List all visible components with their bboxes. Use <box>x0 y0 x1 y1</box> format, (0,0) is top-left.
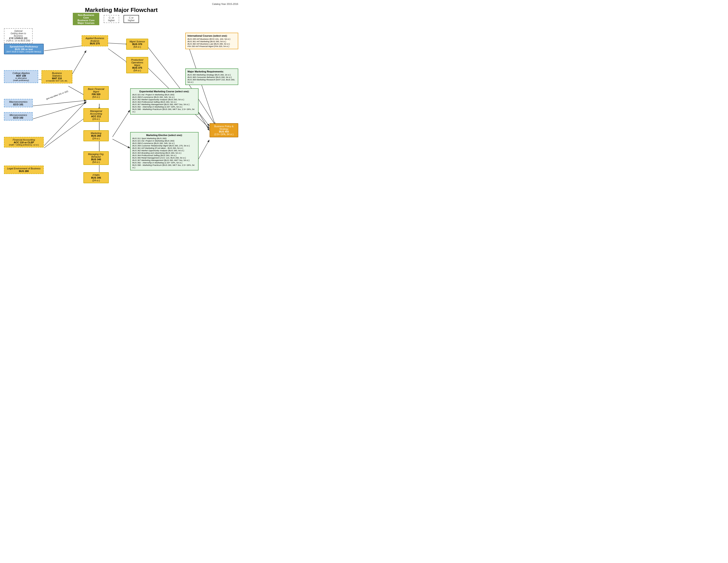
legend-dash: C- or higher <box>104 15 119 23</box>
legend-solid: C or higher <box>124 15 139 23</box>
mkt-el-5: BUS 361 Int'l Marketing (if not taken - … <box>132 147 196 149</box>
svg-line-17 <box>199 140 209 159</box>
exp-item-7: BUS 398 - Marketing Practicum (BUS 260, … <box>132 108 196 113</box>
svg-line-16 <box>199 113 209 130</box>
major-item-3: BUS 369 Marketing Research (MAT 210, BUS… <box>188 78 236 83</box>
major-item-1: BUS 360 Marketing Strategy (BUS 260, 24 … <box>188 73 236 76</box>
college-algebra-node: College Algebra MAT 108 or alternative (… <box>4 70 38 83</box>
applied-bus-node: Applied Business Analysis BUS 275 <box>82 35 108 46</box>
major-mkt-req-box: Major Marketing Requirements: BUS 360 Ma… <box>185 68 238 85</box>
mgmt-sci-node: Mgmt Science BUS 370 (54 cr.) <box>126 39 148 50</box>
macro-node: Macroeconomics ECO 101 <box>4 99 33 107</box>
svg-line-14 <box>113 110 130 137</box>
mgrl-acct-node: Managerial Accounting ACC 211 (24 cr.) <box>83 108 109 122</box>
marketing-node: Marketing BUS 260 (24 cr.) <box>83 130 109 141</box>
prereq-label: (pre-req either 101 or 102) <box>36 86 78 104</box>
exp-item-6: BUS 392 - Internship in Marketing (2.33+… <box>132 105 196 108</box>
spreadsheet-node: Spreadsheet Proficiency BUS 195 or test … <box>4 44 44 54</box>
intl-item-1: BUS 335 Int'l Business (ECO 101, 102, 54… <box>188 38 236 40</box>
mkt-el-7: BUS 363 Branding and Advertising (BUS 26… <box>132 152 196 154</box>
prod-ops-node: Production/ Operations Mgmt BUS 375 (54 … <box>126 57 148 73</box>
micro-node: Microeconomics ECO 102 <box>4 112 33 120</box>
svg-line-12 <box>44 102 86 146</box>
svg-line-15 <box>113 139 130 148</box>
flowchart-arrows <box>0 0 243 210</box>
mkt-el-10: BUS 367 Marketing Management (BUS 260, M… <box>132 159 196 161</box>
optional-node: Optional Getting down to Business EYE 12… <box>4 28 33 43</box>
fin-acct-node: Financial Accounting ACC 110 or CLEP (ma… <box>4 137 44 147</box>
mkt-el-8: BUS 364 Professional Selling (BUS 260, 5… <box>132 154 196 156</box>
fin-320-node: Basic Financial Mgmt FIN 320 (54 cr.) <box>83 86 109 100</box>
mkt-el-1: BUS 311 Sport Marketing (BUS 260) <box>132 137 196 139</box>
svg-line-0 <box>44 45 86 51</box>
intl-item-3: BUS 382 Int'l Business Law (BUS 280, 54 … <box>188 43 236 45</box>
bus-stats-node: Business Statistics MAT 210 or transfer … <box>41 70 72 83</box>
svg-line-3 <box>108 49 128 63</box>
mkt-elective-box: Marketing Elective (select one): BUS 311… <box>130 132 199 170</box>
catalog-year-label: Catalog Year 2015-2016 <box>212 3 238 5</box>
exp-item-1: BUS 321 Ind. Project in Marketing (BUS 2… <box>132 93 196 96</box>
mkt-el-4: BUS 359 Customer Relationship Mgmt (BUS … <box>132 144 196 147</box>
mng-org-node: Managing Org. Behavior BUS 340 (54 cr.) <box>83 151 109 165</box>
major-item-2: BUS 365 Consumer Behavior (BUS 260, 54 c… <box>188 76 236 78</box>
it-mis-node: IT/MIS BUS 345 (24 cr.) <box>83 172 109 183</box>
experiential-box: Experiential Marketing Course (select on… <box>130 88 199 115</box>
svg-line-2 <box>108 43 128 44</box>
page: Catalog Year 2015-2016 Marketing Major F… <box>0 0 243 210</box>
exp-item-3: BUS 362 Market Opportunity Analysis (BUS… <box>132 98 196 101</box>
legend-green: Non-Business Core Business Core Major Co… <box>73 13 99 25</box>
legal-node: Legal Environment of Business BUS 280 <box>4 165 44 174</box>
legend: Non-Business Core Business Core Major Co… <box>73 13 139 25</box>
mkt-el-9: BUS 366 Retail Management (ACC 110, BUS … <box>132 156 196 159</box>
intl-item-2: BUS 361 Int'l Marketing (BUS 260, 54 cr.… <box>188 40 236 43</box>
mkt-el-12: BUS 398 - Marketing Practicum (BUS 260, … <box>132 164 196 169</box>
mkt-el-3: BUS 358 E-commerce (BUS 260, 345, 54 cr.… <box>132 142 196 144</box>
svg-line-7 <box>32 103 86 119</box>
exp-item-4: BUS 364 Professional Selling (BUS 260, 5… <box>132 101 196 103</box>
mkt-el-6: BUS 362 Market Opportunity Analysis (BUS… <box>132 149 196 152</box>
svg-line-13 <box>44 117 86 148</box>
exp-item-2: BUS 358 E-commerce (BUS 260, 345, 54 cr.… <box>132 96 196 98</box>
bus-policy-node: Business Policy & Strategy BUS 450 (2.0+… <box>210 123 238 137</box>
exp-item-5: BUS 367 Marketing Management (BUS 260, M… <box>132 103 196 105</box>
mkt-el-11: BUS 392 - Internship in Marketing (2.33+… <box>132 161 196 164</box>
mkt-el-2: BUS 321 Ind. Project in Marketing (BUS 2… <box>132 139 196 142</box>
intl-item-4: FIN 330 Int'l Financial Mgmt (FIN 320, 5… <box>188 45 236 47</box>
intl-courses-box: International Courses (select one): BUS … <box>185 33 238 49</box>
page-title: Marketing Major Flowchart <box>4 4 238 13</box>
